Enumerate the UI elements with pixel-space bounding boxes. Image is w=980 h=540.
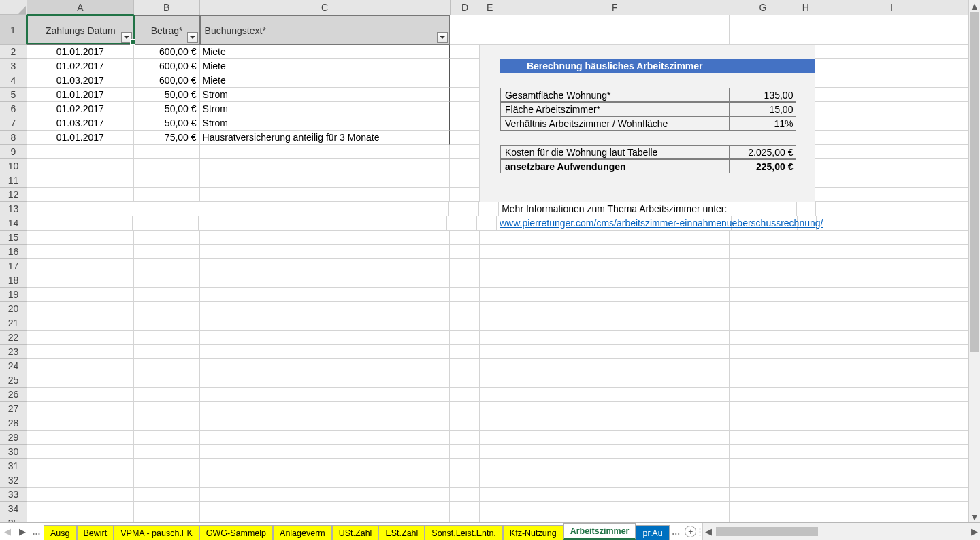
cell[interactable]: [450, 173, 480, 188]
cell[interactable]: [730, 302, 796, 316]
cell[interactable]: [815, 302, 968, 316]
cell[interactable]: [815, 159, 968, 173]
cell-text[interactable]: Miete: [200, 59, 451, 73]
cell-amount[interactable]: 50,00 €: [134, 88, 200, 102]
column-header-E[interactable]: E: [480, 0, 500, 15]
cell[interactable]: [815, 173, 968, 188]
row-header-17[interactable]: 17: [0, 259, 27, 273]
row-header-29[interactable]: 29: [0, 431, 27, 445]
cell[interactable]: [450, 45, 480, 59]
cell[interactable]: [450, 188, 480, 202]
cell[interactable]: [500, 445, 730, 459]
row-header-31[interactable]: 31: [0, 459, 27, 473]
row-header-22[interactable]: 22: [0, 331, 27, 345]
cell-text[interactable]: [200, 159, 451, 173]
cell-amount[interactable]: [134, 302, 200, 316]
cell[interactable]: [815, 316, 968, 331]
cell-text[interactable]: Miete: [200, 45, 451, 59]
cell-date[interactable]: 01.02.2017: [27, 59, 134, 73]
cell[interactable]: [815, 245, 968, 259]
sheet-tab-pr-au[interactable]: pr.Au: [636, 525, 669, 540]
cell[interactable]: [450, 273, 480, 288]
cell-amount[interactable]: [134, 459, 200, 473]
cell-date[interactable]: [27, 516, 134, 522]
panel-label[interactable]: Verhältnis Arbeitszimmer / Wohnfläche: [500, 116, 730, 131]
cell-text[interactable]: [200, 273, 451, 288]
cell-amount[interactable]: [134, 231, 200, 245]
cell-text[interactable]: [199, 202, 449, 216]
cell[interactable]: [480, 373, 500, 388]
cell[interactable]: [796, 231, 815, 245]
cell[interactable]: [450, 402, 480, 416]
cell[interactable]: [450, 102, 480, 116]
row-header-9[interactable]: 9: [0, 145, 27, 159]
cell-text[interactable]: [200, 416, 451, 431]
cell[interactable]: [450, 288, 480, 302]
cell-text[interactable]: [200, 488, 451, 502]
cell[interactable]: [796, 502, 815, 516]
row-header-26[interactable]: 26: [0, 388, 27, 402]
panel-value[interactable]: 225,00 €: [730, 159, 796, 173]
cell-amount[interactable]: 50,00 €: [134, 102, 200, 116]
cell[interactable]: [450, 359, 480, 373]
sheet-tab-est-zahl[interactable]: ESt.Zahl: [378, 525, 425, 540]
cell[interactable]: [815, 231, 968, 245]
cell[interactable]: [815, 59, 968, 73]
column-header-I[interactable]: I: [815, 0, 968, 15]
sheet-tab-arbeitszimmer[interactable]: Arbeitszimmer: [564, 523, 636, 540]
cell[interactable]: [730, 488, 796, 502]
cell[interactable]: [730, 445, 796, 459]
cell[interactable]: [450, 302, 480, 316]
cell[interactable]: [796, 473, 815, 488]
cell[interactable]: [480, 473, 500, 488]
cell[interactable]: [815, 331, 968, 345]
cell-text[interactable]: Miete: [200, 73, 451, 88]
cell[interactable]: [480, 316, 500, 331]
cell[interactable]: [730, 316, 796, 331]
cell-amount[interactable]: [134, 273, 200, 288]
panel-label[interactable]: Gesamtfläche Wohnung*: [500, 88, 730, 102]
cell[interactable]: [796, 88, 815, 102]
filter-dropdown-icon[interactable]: [187, 32, 198, 43]
row-header-8[interactable]: 8: [0, 131, 27, 145]
cell-text[interactable]: [200, 259, 451, 273]
cell[interactable]: [480, 459, 500, 473]
cell[interactable]: [796, 288, 815, 302]
cell-text[interactable]: [200, 502, 451, 516]
cell[interactable]: [730, 273, 796, 288]
cell-text[interactable]: [200, 388, 451, 402]
cell-text[interactable]: [200, 302, 451, 316]
cell[interactable]: [450, 259, 480, 273]
cell[interactable]: [730, 45, 796, 59]
cell-amount[interactable]: [134, 516, 200, 522]
cell[interactable]: [450, 473, 480, 488]
cell[interactable]: [480, 345, 500, 359]
cell-text[interactable]: Strom: [200, 102, 451, 116]
cell[interactable]: [500, 245, 730, 259]
cell[interactable]: [500, 402, 730, 416]
cell-date[interactable]: 01.01.2017: [27, 131, 134, 145]
cell[interactable]: [480, 102, 500, 116]
panel-title[interactable]: Berechnung häusliches Arbeitszimmer: [500, 59, 730, 73]
cell[interactable]: [796, 145, 815, 159]
cell[interactable]: [796, 59, 815, 73]
cell[interactable]: [796, 102, 815, 116]
cell-date[interactable]: [27, 216, 133, 231]
cell[interactable]: [500, 473, 730, 488]
cell[interactable]: [450, 502, 480, 516]
cell[interactable]: [796, 245, 815, 259]
cell[interactable]: [796, 273, 815, 288]
cell-date[interactable]: 01.01.2017: [27, 88, 134, 102]
cell[interactable]: [796, 431, 815, 445]
cell[interactable]: [796, 345, 815, 359]
cell-amount[interactable]: [134, 431, 200, 445]
cell-text[interactable]: Strom: [200, 88, 451, 102]
cell-date[interactable]: [27, 473, 134, 488]
cell-date[interactable]: [27, 488, 134, 502]
row-header-11[interactable]: 11: [0, 173, 27, 188]
cell[interactable]: [500, 516, 730, 522]
cell-amount[interactable]: 600,00 €: [134, 45, 200, 59]
tab-overflow-right[interactable]: …: [670, 523, 683, 540]
scroll-down-icon[interactable]: ▼: [969, 511, 980, 522]
cell-text[interactable]: [200, 231, 451, 245]
